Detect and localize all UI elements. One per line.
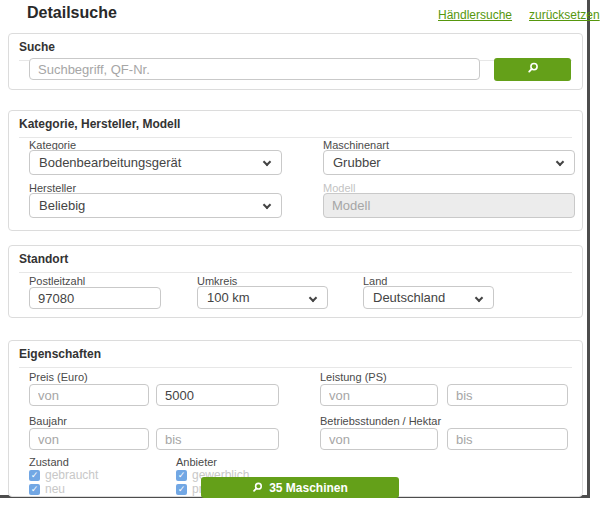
- page-frame: Detailsuche Händlersuche zurücksetzen Su…: [0, 0, 590, 498]
- hersteller-select-value: Beliebig: [39, 198, 85, 213]
- baujahr-bis-input[interactable]: [156, 428, 279, 450]
- chevron-down-icon: [556, 158, 564, 166]
- leistung-bis-input[interactable]: [447, 384, 568, 406]
- kategorie-select[interactable]: Bodenbearbeitungsgerät: [29, 150, 282, 175]
- search-button[interactable]: [494, 58, 571, 81]
- section-standort-heading: Standort: [19, 252, 572, 273]
- section-kategorie: Kategorie, Hersteller, Modell Kategorie …: [8, 110, 583, 231]
- land-select[interactable]: Deutschland: [363, 286, 494, 309]
- chevron-down-icon: [263, 201, 271, 209]
- land-select-value: Deutschland: [373, 290, 445, 305]
- checkbox-gewerblich[interactable]: [176, 470, 187, 481]
- preis-label: Preis (Euro): [29, 371, 88, 383]
- section-standort: Standort Postleitzahl Umkreis 100 km Lan…: [8, 245, 583, 318]
- section-eigenschaften: Eigenschaften Preis (Euro) Leistung (PS)…: [8, 340, 583, 497]
- section-kategorie-heading: Kategorie, Hersteller, Modell: [19, 117, 572, 138]
- maschinenart-select-value: Grubber: [333, 155, 381, 170]
- modell-input: [323, 193, 575, 218]
- checkbox-neu-label: neu: [45, 482, 65, 496]
- preis-bis-input[interactable]: [156, 384, 279, 406]
- section-suche: Suche: [8, 33, 583, 90]
- anbieter-label: Anbieter: [176, 456, 217, 468]
- baujahr-label: Baujahr: [29, 415, 67, 427]
- page-title: Detailsuche: [27, 4, 117, 22]
- chevron-down-icon: [309, 294, 317, 302]
- leistung-label: Leistung (PS): [320, 371, 387, 383]
- checkbox-gebraucht[interactable]: [29, 470, 40, 481]
- chevron-down-icon: [263, 158, 271, 166]
- magnifier-icon: [527, 62, 539, 77]
- checkbox-row-neu: neu: [29, 482, 65, 496]
- checkbox-neu[interactable]: [29, 484, 40, 495]
- maschinenart-select[interactable]: Grubber: [323, 150, 575, 175]
- zustand-label: Zustand: [29, 456, 69, 468]
- postleitzahl-label: Postleitzahl: [29, 275, 85, 287]
- postleitzahl-input[interactable]: [29, 287, 161, 309]
- magnifier-icon: [252, 482, 263, 493]
- preis-von-input[interactable]: [29, 384, 149, 406]
- checkbox-row-gebraucht: gebraucht: [29, 468, 98, 482]
- link-zuruecksetzen[interactable]: zurücksetzen: [529, 8, 600, 22]
- leistung-von-input[interactable]: [320, 384, 438, 406]
- umkreis-select[interactable]: 100 km: [197, 286, 328, 309]
- betriebsstunden-bis-input[interactable]: [447, 428, 568, 450]
- section-eigenschaften-heading: Eigenschaften: [19, 347, 572, 368]
- hersteller-select[interactable]: Beliebig: [29, 193, 282, 218]
- search-input[interactable]: [29, 58, 480, 80]
- checkbox-gebraucht-label: gebraucht: [45, 468, 98, 482]
- betriebsstunden-label: Betriebsstunden / Hektar: [320, 415, 441, 427]
- results-button[interactable]: 35 Maschinen: [201, 477, 399, 498]
- checkbox-privat[interactable]: [176, 484, 187, 495]
- chevron-down-icon: [475, 294, 483, 302]
- betriebsstunden-von-input[interactable]: [320, 428, 438, 450]
- results-button-label: 35 Maschinen: [269, 481, 348, 495]
- umkreis-select-value: 100 km: [207, 290, 250, 305]
- link-haendlersuche[interactable]: Händlersuche: [438, 8, 512, 22]
- baujahr-von-input[interactable]: [29, 428, 149, 450]
- kategorie-select-value: Bodenbearbeitungsgerät: [39, 155, 181, 170]
